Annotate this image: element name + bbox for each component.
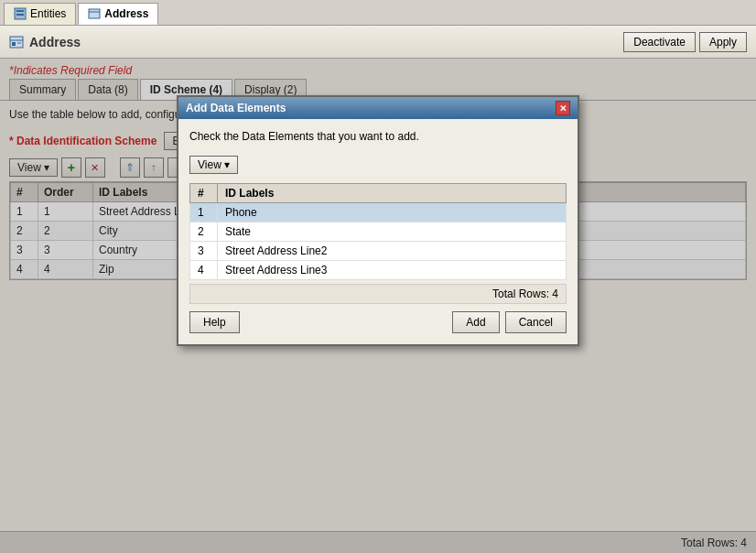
tab-address[interactable]: Address <box>78 3 158 25</box>
address-title-icon <box>9 35 24 49</box>
modal-body: Check the Data Elements that you want to… <box>178 119 578 344</box>
modal-col-id-labels: ID Labels <box>218 184 567 203</box>
add-button[interactable]: Add <box>452 311 499 333</box>
modal-actions: Help Add Cancel <box>189 311 567 333</box>
modal-view-button[interactable]: View ▾ <box>189 156 238 174</box>
modal-row-num: 3 <box>190 242 218 261</box>
modal-data-table: # ID Labels 1 Phone 2 State 3 Street Add… <box>189 183 567 280</box>
main-content: *Indicates Required Field Summary Data (… <box>0 59 756 553</box>
help-button[interactable]: Help <box>189 311 240 333</box>
top-tab-bar: Entities Address <box>0 0 756 26</box>
apply-button[interactable]: Apply <box>699 32 747 52</box>
tab-entities[interactable]: Entities <box>4 3 76 25</box>
modal-row-num: 1 <box>190 203 218 222</box>
modal-row-num: 2 <box>190 222 218 242</box>
modal-table-row[interactable]: 3 Street Address Line2 <box>190 242 567 261</box>
svg-rect-3 <box>89 9 100 18</box>
modal-col-num: # <box>190 184 218 203</box>
title-bar: Address Deactivate Apply <box>0 26 756 59</box>
modal-table-row[interactable]: 1 Phone <box>190 203 567 222</box>
svg-rect-1 <box>16 10 24 12</box>
modal-close-button[interactable]: ✕ <box>556 101 570 115</box>
modal-description: Check the Data Elements that you want to… <box>189 130 567 143</box>
modal-overlay: Add Data Elements ✕ Check the Data Eleme… <box>0 59 756 553</box>
modal-footer-info: Total Rows: 4 <box>189 284 567 304</box>
entities-icon <box>14 7 27 20</box>
page-title: Address <box>29 35 623 49</box>
svg-rect-8 <box>17 42 21 44</box>
svg-rect-7 <box>12 42 16 46</box>
modal-row-label: Phone <box>218 203 567 222</box>
svg-rect-2 <box>16 14 24 16</box>
modal-dropdown-arrow-icon: ▾ <box>224 158 230 171</box>
modal-row-label: State <box>218 222 567 242</box>
modal-toolbar: View ▾ <box>189 152 567 178</box>
cancel-button[interactable]: Cancel <box>505 311 567 333</box>
modal-table-row[interactable]: 2 State <box>190 222 567 242</box>
modal-table-row[interactable]: 4 Street Address Line3 <box>190 261 567 280</box>
modal-title-bar: Add Data Elements ✕ <box>178 97 578 119</box>
modal-row-num: 4 <box>190 261 218 280</box>
address-tab-icon <box>88 7 101 20</box>
modal-dialog: Add Data Elements ✕ Check the Data Eleme… <box>177 95 579 346</box>
modal-row-label: Street Address Line2 <box>218 242 567 261</box>
title-actions: Deactivate Apply <box>623 32 747 52</box>
modal-row-label: Street Address Line3 <box>218 261 567 280</box>
deactivate-button[interactable]: Deactivate <box>623 32 696 52</box>
modal-title: Add Data Elements <box>186 102 286 114</box>
